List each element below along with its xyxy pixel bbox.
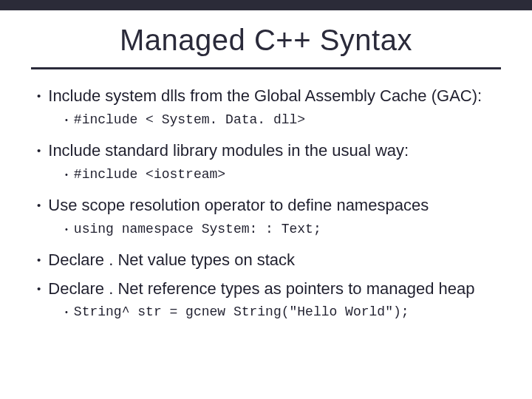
bullet-stdlib: • Include standard library modules in th…: [37, 140, 495, 162]
bullet-dot-icon: •: [37, 140, 41, 161]
bullet-dot-icon: •: [65, 166, 68, 183]
bullet-text: Declare . Net reference types as pointer…: [48, 279, 474, 300]
sub-bullet-include-iostream: • #include <iostream>: [65, 166, 495, 183]
code-text: #include <iostream>: [74, 166, 225, 183]
bullet-dot-icon: •: [37, 86, 41, 106]
bullet-value-types: • Declare . Net value types on stack: [37, 250, 495, 271]
bullet-scope: • Use scope resolution operator to defin…: [37, 195, 495, 216]
bullet-dot-icon: •: [65, 304, 68, 320]
sub-bullet-using-namespace: • using namespace System: : Text;: [65, 221, 495, 238]
code-text: using namespace System: : Text;: [74, 221, 321, 238]
sub-bullet-gcnew-string: • String^ str = gcnew String("Hello Worl…: [65, 304, 495, 321]
code-text: String^ str = gcnew String("Hello World"…: [74, 304, 409, 321]
bullet-dot-icon: •: [65, 112, 68, 128]
bullet-dot-icon: •: [65, 221, 68, 237]
bullet-dot-icon: •: [37, 195, 41, 216]
bullet-text: Declare . Net value types on stack: [48, 250, 295, 271]
bullet-dot-icon: •: [37, 279, 41, 299]
code-text: #include < System. Data. dll>: [74, 112, 305, 129]
slide-content: • Include system dlls from the Global As…: [0, 86, 532, 321]
bullet-text: Include system dlls from the Global Asse…: [48, 86, 482, 107]
top-accent-bar: [0, 0, 532, 10]
bullet-text: Use scope resolution operator to define …: [48, 195, 429, 216]
bullet-dot-icon: •: [37, 250, 41, 270]
title-underline: [31, 67, 501, 69]
slide-title: Managed C++ Syntax: [0, 24, 532, 57]
bullet-text: Include standard library modules in the …: [48, 140, 409, 162]
bullet-reference-types: • Declare . Net reference types as point…: [37, 279, 495, 300]
bullet-gac: • Include system dlls from the Global As…: [37, 86, 495, 107]
sub-bullet-include-system: • #include < System. Data. dll>: [65, 112, 495, 129]
